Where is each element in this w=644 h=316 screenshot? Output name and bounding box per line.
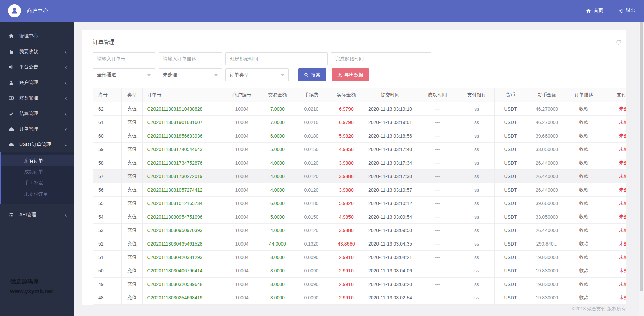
table-cell: 未处理 xyxy=(601,102,626,116)
table-row[interactable]: 50充值C20201113030406796414100043.00000.00… xyxy=(93,264,626,278)
home-icon xyxy=(9,33,15,39)
sidebar-item-label: 结算管理 xyxy=(19,111,64,117)
page-scrollbar[interactable] xyxy=(639,22,644,316)
table-cell: 56 xyxy=(93,183,121,197)
order-type-select[interactable]: 订单类型 xyxy=(225,68,289,81)
sidebar-item-orders[interactable]: 订单管理 xyxy=(0,121,74,137)
table-cell: 2.9910 xyxy=(328,264,365,278)
scrollbar-thumb[interactable] xyxy=(640,22,643,291)
nav-logout[interactable]: 退出 xyxy=(618,8,635,14)
table-row[interactable]: 59充值C20201113031740544643100045.00000.01… xyxy=(93,143,626,156)
table-row[interactable]: 57充值C20201113031730272019100044.00000.01… xyxy=(93,170,626,183)
table-cell: --- xyxy=(416,278,459,291)
cloud-icon xyxy=(9,126,15,132)
chevron-left-icon xyxy=(64,112,68,116)
finish-time-input[interactable] xyxy=(331,52,431,65)
table-cell: 2020-11-13 03:09:54 xyxy=(365,210,416,224)
table-cell: 充值 xyxy=(121,102,142,116)
table-cell: 未处理 xyxy=(601,251,626,264)
submenu-item-manual-resend[interactable]: 手工补发 xyxy=(1,177,74,189)
sidebar-item-usdt-orders[interactable]: USDT订单管理 xyxy=(0,137,74,152)
table-cell: --- xyxy=(416,224,459,237)
table-cell: 0.0090 xyxy=(295,264,328,278)
column-header: 商户编号 xyxy=(224,88,260,102)
table-row[interactable]: 53充值C20201113030950970393100044.00000.01… xyxy=(93,224,626,237)
table-cell: 10004 xyxy=(224,183,260,197)
order-desc-input[interactable] xyxy=(159,52,222,65)
submenu-item-all-orders[interactable]: 所有订单 xyxy=(1,155,74,166)
channel-select[interactable]: 全部通道 xyxy=(93,68,155,81)
table-cell: USDT xyxy=(494,237,527,251)
refresh-button[interactable] xyxy=(616,39,621,46)
table-row[interactable]: 56充值C20201113031057274412100044.00000.01… xyxy=(93,183,626,197)
table-cell: --- xyxy=(416,197,459,210)
table-cell: 10004 xyxy=(224,170,260,183)
table-cell: 充值 xyxy=(121,291,142,305)
table-row[interactable]: 60充值C20201113031856633936100046.00000.01… xyxy=(93,129,626,143)
table-row[interactable]: 58充值C20201113031734752876100044.00000.01… xyxy=(93,156,626,170)
table-cell: ss xyxy=(459,156,494,170)
table-cell: 0.0120 xyxy=(295,183,328,197)
table-cell: C20201113030320589648 xyxy=(142,278,224,291)
sidebar-item-announcements[interactable]: 平台公告 xyxy=(0,59,74,75)
table-row[interactable]: 61充值C20201113031901631607100047.00000.02… xyxy=(93,116,626,129)
export-button[interactable]: 导出数据 xyxy=(332,68,369,81)
sidebar-item-label: 平台公告 xyxy=(19,64,64,70)
table-cell: --- xyxy=(416,102,459,116)
table-cell: 2020-11-13 03:10:57 xyxy=(365,183,416,197)
sidebar-item-account[interactable]: 账户管理 xyxy=(0,75,74,90)
table-cell: 未处理 xyxy=(601,170,626,183)
sidebar-item-api[interactable]: API管理 xyxy=(0,207,74,223)
table-cell: 3.9880 xyxy=(328,224,365,237)
table-cell: 2020-11-13 03:03:20 xyxy=(365,278,416,291)
table-cell: ss xyxy=(459,183,494,197)
table-cell: 10004 xyxy=(224,251,260,264)
column-header: 实际金额 xyxy=(328,88,365,102)
table-cell: 0.0210 xyxy=(295,102,328,116)
channel-select-value: 全部通道 xyxy=(97,72,116,78)
table-row[interactable]: 62充值C20201113031910438828100047.00000.02… xyxy=(93,102,626,116)
table-cell: 2020-11-13 03:04:21 xyxy=(365,251,416,264)
sidebar-item-collect[interactable]: 我要收款 xyxy=(0,44,74,59)
main-area: 订单管理 全部通道 未处理 xyxy=(74,22,644,316)
sidebar-item-admin-center[interactable]: 管理中心 xyxy=(0,28,74,44)
table-cell: 2020-11-13 03:18:56 xyxy=(365,129,416,143)
column-header: 交易金额 xyxy=(260,88,295,102)
sidebar-item-finance[interactable]: 财务管理 xyxy=(0,90,74,106)
table-cell: ss xyxy=(459,129,494,143)
table-cell: ss xyxy=(459,264,494,278)
table-cell: C20201113030435461528 xyxy=(142,237,224,251)
table-cell: USDT xyxy=(494,170,527,183)
table-cell: 4.9850 xyxy=(328,143,365,156)
table-cell: 5.0000 xyxy=(260,210,295,224)
submenu-item-unpaid-orders[interactable]: 未支付订单 xyxy=(1,189,74,200)
search-button[interactable]: 搜索 xyxy=(298,68,326,81)
logout-icon xyxy=(618,8,623,13)
create-time-input[interactable] xyxy=(225,52,328,65)
submenu-item-success-orders[interactable]: 成功订单 xyxy=(1,166,74,177)
table-row[interactable]: 48充值C20201113030254668419100043.00000.00… xyxy=(93,291,626,305)
table-row[interactable]: 54充值C20201113030954751096100045.00000.01… xyxy=(93,210,626,224)
table-row[interactable]: 52充值C202011130304354615281000444.00000.1… xyxy=(93,237,626,251)
status-select[interactable]: 未处理 xyxy=(159,68,222,81)
table-cell: 充值 xyxy=(121,143,142,156)
table-cell: --- xyxy=(416,129,459,143)
table-row[interactable]: 49充值C20201113030320589648100043.00000.00… xyxy=(93,278,626,291)
table-cell: 55 xyxy=(93,197,121,210)
nav-home[interactable]: 首页 xyxy=(586,8,603,14)
table-cell: 2020-11-13 03:17:34 xyxy=(365,156,416,170)
table-cell: 60 xyxy=(93,129,121,143)
table-cell: 未处理 xyxy=(601,237,626,251)
column-header: 类型 xyxy=(121,88,142,102)
table-cell: 5.9820 xyxy=(328,197,365,210)
table-row[interactable]: 51充值C20201113030420381293100043.00000.00… xyxy=(93,251,626,264)
bank-icon xyxy=(9,212,15,218)
table-row[interactable]: 55充值C20201113031012165734100046.00000.01… xyxy=(93,197,626,210)
chevron-left-icon xyxy=(64,127,68,131)
sidebar-item-settlement[interactable]: 结算管理 xyxy=(0,106,74,121)
nav-home-label: 首页 xyxy=(594,8,603,14)
table-cell: ss xyxy=(459,251,494,264)
column-header: 支付状态 xyxy=(601,88,626,102)
order-no-input[interactable] xyxy=(93,52,155,65)
sidebar-item-label: 订单管理 xyxy=(19,126,64,132)
